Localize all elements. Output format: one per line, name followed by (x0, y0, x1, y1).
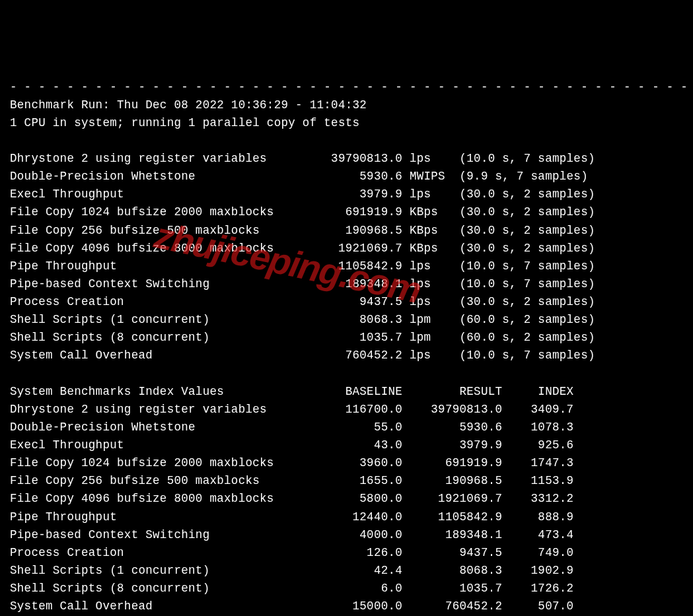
test-result-line: Execl Throughput 3979.9 lps (30.0 s, 2 s… (10, 186, 683, 203)
test-result-line: Shell Scripts (1 concurrent) 8068.3 lpm … (10, 311, 683, 329)
index-row-line: Pipe-based Context Switching 4000.0 1893… (10, 526, 683, 544)
index-row-line: System Call Overhead 15000.0 760452.2 50… (10, 598, 683, 615)
index-row-line: Dhrystone 2 using register variables 116… (10, 401, 683, 419)
test-result-line: File Copy 256 bufsize 500 maxblocks 1909… (10, 222, 683, 240)
index-row-line: File Copy 256 bufsize 500 maxblocks 1655… (10, 472, 683, 490)
test-result-line: Double-Precision Whetstone 5930.6 MWIPS … (10, 168, 683, 186)
index-row-line: Double-Precision Whetstone 55.0 5930.6 1… (10, 419, 683, 436)
index-header-line: System Benchmarks Index Values BASELINE … (10, 383, 683, 401)
index-row-line: File Copy 4096 bufsize 8000 maxblocks 58… (10, 490, 683, 508)
test-result-line: Shell Scripts (8 concurrent) 1035.7 lpm … (10, 329, 683, 347)
terminal-output: - - - - - - - - - - - - - - - - - - - - … (10, 79, 683, 617)
index-row-line: File Copy 1024 bufsize 2000 maxblocks 39… (10, 454, 683, 472)
test-result-line: File Copy 1024 bufsize 2000 maxblocks 69… (10, 203, 683, 221)
index-row-line: Execl Throughput 43.0 3979.9 925.6 (10, 436, 683, 454)
blank-line (10, 132, 683, 150)
blank-line (10, 365, 683, 383)
separator-line: - - - - - - - - - - - - - - - - - - - - … (10, 79, 683, 96)
test-result-line: File Copy 4096 bufsize 8000 maxblocks 19… (10, 240, 683, 257)
index-row-line: Pipe Throughput 12440.0 1105842.9 888.9 (10, 508, 683, 526)
index-row-line: Shell Scripts (8 concurrent) 6.0 1035.7 … (10, 580, 683, 598)
test-result-line: Pipe-based Context Switching 189348.1 lp… (10, 275, 683, 293)
test-result-line: Dhrystone 2 using register variables 397… (10, 150, 683, 168)
test-result-line: Pipe Throughput 1105842.9 lps (10.0 s, 7… (10, 257, 683, 275)
index-row-line: Shell Scripts (1 concurrent) 42.4 8068.3… (10, 562, 683, 580)
test-result-line: Process Creation 9437.5 lps (30.0 s, 2 s… (10, 293, 683, 311)
test-result-line: System Call Overhead 760452.2 lps (10.0 … (10, 347, 683, 364)
cpu-info-line: 1 CPU in system; running 1 parallel copy… (10, 114, 683, 132)
benchmark-run-line: Benchmark Run: Thu Dec 08 2022 10:36:29 … (10, 96, 683, 114)
index-row-line: Process Creation 126.0 9437.5 749.0 (10, 544, 683, 562)
